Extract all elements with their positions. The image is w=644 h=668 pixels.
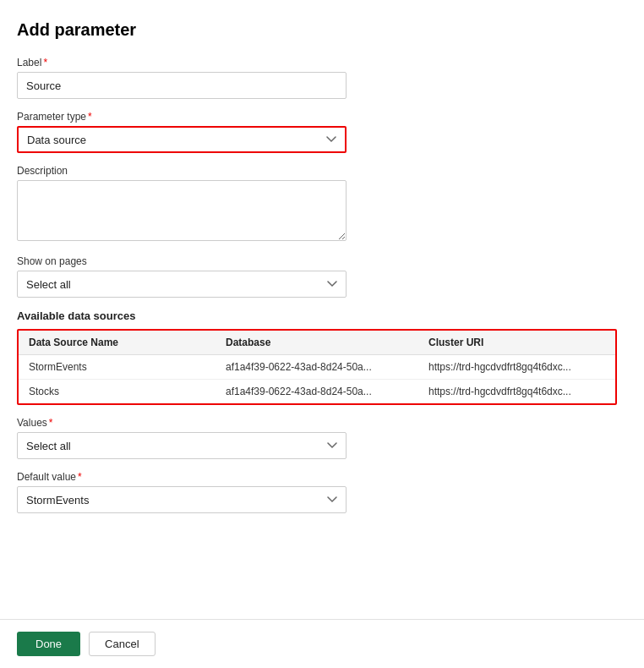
col-header-uri: Cluster URI (418, 331, 615, 355)
default-value-label: Default value* (17, 471, 627, 483)
description-group: Description (17, 165, 627, 244)
done-button[interactable]: Done (17, 632, 80, 656)
col-header-database: Database (216, 331, 418, 355)
cell-uri: https://trd-hgcdvdfrt8gq4t6dxc... (418, 380, 615, 404)
values-wrapper: Select all (17, 432, 347, 459)
default-value-wrapper: StormEvents Stocks (17, 486, 347, 513)
cancel-button[interactable]: Cancel (89, 632, 155, 656)
data-sources-table: Data Source Name Database Cluster URI St… (19, 331, 615, 403)
label-input[interactable] (17, 72, 347, 99)
description-textarea[interactable] (17, 180, 347, 241)
default-value-group: Default value* StormEvents Stocks (17, 471, 627, 513)
values-label: Values* (17, 417, 627, 429)
values-select[interactable]: Select all (17, 432, 347, 459)
show-on-pages-select[interactable]: Select all (17, 271, 347, 298)
description-label: Description (17, 165, 627, 177)
cell-uri: https://trd-hgcdvdfrt8gq4t6dxc... (418, 355, 615, 380)
parameter-type-wrapper: Data source String Number Boolean (17, 126, 347, 153)
footer-bar: Done Cancel (0, 619, 644, 668)
cell-database: af1a4f39-0622-43ad-8d24-50a... (216, 355, 418, 380)
col-header-name: Data Source Name (19, 331, 216, 355)
cell-name: StormEvents (19, 355, 216, 380)
available-data-sources-group: Available data sources Data Source Name … (17, 309, 627, 405)
available-data-sources-title: Available data sources (17, 309, 627, 322)
cell-database: af1a4f39-0622-43ad-8d24-50a... (216, 380, 418, 404)
parameter-type-label: Parameter type* (17, 111, 627, 123)
table-header-row: Data Source Name Database Cluster URI (19, 331, 615, 355)
show-on-pages-label: Show on pages (17, 255, 627, 267)
parameter-type-select[interactable]: Data source String Number Boolean (17, 126, 347, 153)
cell-name: Stocks (19, 380, 216, 404)
values-group: Values* Select all (17, 417, 627, 459)
label-group: Label* (17, 57, 627, 99)
show-on-pages-group: Show on pages Select all (17, 255, 627, 298)
table-row[interactable]: Stocks af1a4f39-0622-43ad-8d24-50a... ht… (19, 380, 615, 404)
page-title: Add parameter (17, 20, 627, 40)
parameter-type-group: Parameter type* Data source String Numbe… (17, 111, 627, 153)
data-sources-table-wrapper: Data Source Name Database Cluster URI St… (17, 329, 617, 405)
default-value-select[interactable]: StormEvents Stocks (17, 486, 347, 513)
table-row[interactable]: StormEvents af1a4f39-0622-43ad-8d24-50a.… (19, 355, 615, 380)
show-on-pages-wrapper: Select all (17, 271, 347, 298)
label-field-label: Label* (17, 57, 627, 68)
